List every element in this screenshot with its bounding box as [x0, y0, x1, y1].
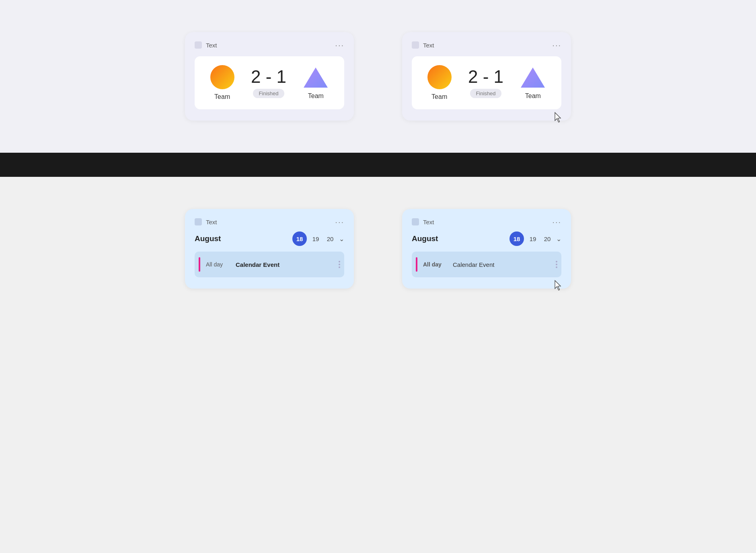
team2-label-2: Team — [525, 92, 541, 100]
cal-day-3-2[interactable]: 20 — [542, 236, 553, 242]
cal-day-2-2[interactable]: 19 — [527, 236, 538, 242]
cal-card-2-header: Text ··· — [412, 218, 561, 226]
score-value: 2 - 1 — [251, 68, 286, 86]
cal-card-1-menu[interactable]: ··· — [335, 218, 344, 226]
cal-chevron-2[interactable]: ⌄ — [556, 235, 561, 243]
cal-month-1: August — [195, 234, 221, 243]
score-card-2-team2: Team — [520, 66, 546, 100]
cal-card-1-header: Text ··· — [195, 218, 344, 226]
cal-allday-1: All day — [206, 261, 230, 268]
cal-event-title-1: Calendar Event — [236, 261, 279, 268]
score-card-1: Text ··· Team 2 - 1 Finished — [185, 32, 354, 121]
cal-card-1-checkbox[interactable] — [195, 218, 202, 225]
cal-card-1-title: Text — [206, 219, 217, 225]
team2-icon — [303, 66, 329, 88]
cal-day-2-1[interactable]: 19 — [310, 236, 321, 242]
score-card-1-inner: Team 2 - 1 Finished — [195, 56, 344, 109]
score-value-2: 2 - 1 — [468, 68, 503, 86]
cal-day-active-2[interactable]: 18 — [509, 231, 524, 246]
score-card-2-checkbox[interactable] — [412, 41, 419, 49]
team1-label-2: Team — [431, 93, 447, 100]
cal-chevron-1[interactable]: ⌄ — [339, 235, 344, 243]
team1-label: Team — [214, 93, 230, 100]
score-card-2: Text ··· Team 2 - 1 Finished — [402, 32, 571, 121]
cal-event-row-1: All day Calendar Event — [195, 252, 344, 277]
cal-days-2: 18 19 20 ⌄ — [509, 231, 561, 246]
score-card-1-checkbox[interactable] — [195, 41, 202, 49]
score-card-2-team1: Team — [427, 65, 452, 100]
team2-label: Team — [308, 92, 324, 100]
score-status: Finished — [253, 89, 284, 98]
score-card-1-header: Text ··· — [195, 41, 344, 49]
team1-icon — [210, 65, 234, 89]
svg-marker-1 — [521, 68, 545, 88]
score-card-2-inner: Team 2 - 1 Finished — [412, 56, 561, 109]
cal-day-active-1[interactable]: 18 — [292, 231, 307, 246]
score-card-1-title: Text — [206, 42, 217, 49]
score-card-1-center: 2 - 1 Finished — [251, 68, 286, 98]
score-status-2: Finished — [470, 89, 501, 98]
score-card-1-team1: Team — [210, 65, 234, 100]
cal-card-2-date-row: August 18 19 20 ⌄ — [412, 231, 561, 246]
score-card-2-title: Text — [423, 42, 434, 49]
score-card-2-center: 2 - 1 Finished — [468, 68, 503, 98]
cal-event-title-2: Calendar Event — [453, 261, 494, 268]
cal-card-2: Text ··· August 18 19 20 ⌄ All day Calen… — [402, 209, 571, 289]
cal-event-dots-1[interactable] — [339, 261, 340, 268]
score-card-1-team2: Team — [303, 66, 329, 100]
cal-card-2-menu[interactable]: ··· — [552, 218, 561, 226]
cal-days-1: 18 19 20 ⌄ — [292, 231, 344, 246]
cal-event-bar-1 — [199, 257, 200, 272]
cal-card-2-checkbox[interactable] — [412, 218, 419, 225]
team2-icon-2 — [520, 66, 546, 88]
score-card-1-menu[interactable]: ··· — [335, 41, 344, 49]
cal-month-2: August — [412, 234, 438, 243]
cal-day-3-1[interactable]: 20 — [325, 236, 336, 242]
cal-card-2-title: Text — [423, 219, 434, 225]
cal-event-row-2: All day Calendar Event — [412, 252, 561, 277]
team1-icon-2 — [427, 65, 452, 89]
cal-event-dots-2[interactable] — [556, 261, 557, 268]
svg-marker-0 — [304, 68, 328, 88]
score-card-2-menu[interactable]: ··· — [552, 41, 561, 49]
cal-allday-2: All day — [423, 261, 447, 268]
divider-bar — [0, 153, 756, 177]
cal-event-bar-2 — [416, 257, 417, 272]
cal-card-1: Text ··· August 18 19 20 ⌄ All day Calen… — [185, 209, 354, 289]
score-card-2-header: Text ··· — [412, 41, 561, 49]
cal-card-1-date-row: August 18 19 20 ⌄ — [195, 231, 344, 246]
